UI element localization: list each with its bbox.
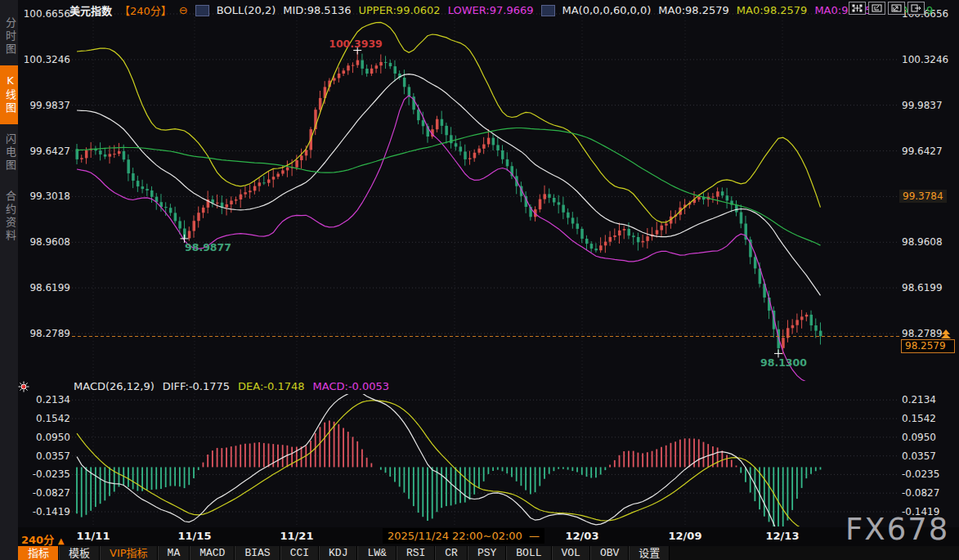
collapse-pane-icon[interactable]	[888, 2, 905, 15]
toolbar-item-5[interactable]: MACD	[190, 546, 235, 560]
toolbar-item-3[interactable]: VIP指标	[100, 546, 158, 560]
price-label-left-4: 99.3018	[18, 190, 70, 202]
macd-macd-value: MACD:-0.0053	[313, 380, 390, 392]
collapse-icon[interactable]: ⊖	[179, 4, 188, 16]
price-label-left-5: 98.9608	[18, 236, 70, 248]
ma-legend-icon[interactable]	[541, 5, 555, 16]
price-label-left-0: 100.6656	[18, 8, 70, 20]
chart-type-sidebar: 分时图K线图闪电图合约资料	[0, 0, 18, 560]
date-tick-11-15: 11/15	[178, 530, 212, 542]
hovered-bar-time-label: 2025/11/24 22:00~02:00 —	[383, 528, 544, 544]
hovered-bar-time-text: 2025/11/24 22:00~02:00	[388, 530, 522, 542]
toolbar-item-13[interactable]: BOLL	[506, 546, 551, 560]
kline-app-window: 分时图K线图闪电图合约资料 美元指数 【240分】 ⊖ BOLL(20,2) M…	[0, 0, 959, 560]
date-tick-11-21: 11/21	[280, 530, 314, 542]
period-selector[interactable]: 240分 ▲	[21, 531, 64, 547]
macd-dea-value: DEA:-0.1748	[238, 380, 304, 392]
date-tick-12-09: 12/09	[669, 530, 702, 542]
macd-diff-value: DIFF:-0.1775	[163, 380, 230, 392]
price-label-left-6: 98.6199	[18, 282, 70, 293]
price-label-left-7: 98.2789	[18, 328, 70, 339]
macd-label-left-6: -0.1419	[18, 506, 70, 517]
macd-label-right-4: -0.0235	[902, 468, 957, 480]
kline-chart-canvas[interactable]	[0, 0, 959, 560]
price-label-left-2: 99.9837	[18, 100, 70, 111]
period-selector-text: 240分	[21, 534, 54, 546]
ma-name: MA(0,0,0,60,0,0)	[562, 4, 652, 16]
boll-mid-value: MID:98.5136	[283, 4, 351, 16]
toolbar-item-14[interactable]: VOL	[552, 546, 590, 560]
macd-label-right-5: -0.0827	[902, 487, 957, 499]
toolbar-item-12[interactable]: PSY	[468, 546, 506, 560]
pan-crosshair-icon[interactable]	[849, 2, 866, 15]
boll-legend-icon[interactable]	[195, 5, 209, 16]
price-label-right-5: 98.9608	[902, 236, 957, 248]
macd-label-right-0: 0.2134	[902, 394, 957, 405]
macd-label-left-0: 0.2134	[18, 394, 70, 405]
date-tick-11-11: 11/11	[77, 530, 110, 542]
brand-watermark: FX678	[845, 512, 949, 547]
price-label-left-1: 100.3246	[18, 54, 70, 65]
toolbar-item-7[interactable]: CCI	[280, 546, 319, 560]
toolbar-item-11[interactable]: CR	[435, 546, 468, 560]
date-tick-12-13: 12/13	[766, 530, 800, 542]
price-label-right-3: 99.6427	[902, 146, 957, 157]
toolbar-item-4[interactable]: MA	[158, 546, 190, 560]
macd-label-right-1: 0.1542	[902, 413, 957, 424]
toolbar-item-6[interactable]: BIAS	[235, 546, 280, 560]
ma0-value-white: MA0:98.2579	[658, 4, 729, 16]
current-price-box: 98.2579	[901, 339, 955, 353]
indicator-toolbar: 指标模板VIP指标MAMACDBIASCCIKDJLW&RSICRPSYBOLL…	[18, 546, 959, 560]
toolbar-item-10[interactable]: RSI	[397, 546, 435, 560]
macd-label-left-5: -0.0827	[18, 487, 70, 499]
macd-label-left-1: 0.1542	[18, 413, 70, 424]
reference-price-badge: 99.3784	[899, 190, 947, 203]
macd-label-left-4: -0.0235	[18, 468, 70, 480]
toolbar-item-2[interactable]: 模板	[59, 546, 100, 560]
hovered-bar-dash: —	[529, 530, 540, 542]
price-label-right-1: 100.3246	[902, 54, 957, 65]
sidebar-item-3[interactable]: 闪电图	[0, 124, 18, 181]
price-label-left-3: 99.6427	[18, 146, 70, 157]
period-label: 【240分】	[119, 2, 172, 18]
macd-label-left-3: 0.0357	[18, 450, 70, 462]
low-price-annotation-1: 98.9877	[185, 241, 231, 253]
toolbar-item-15[interactable]: OBV	[590, 546, 629, 560]
price-label-right-6: 98.6199	[902, 282, 957, 293]
pane-control-icons	[849, 2, 925, 15]
toolbar-item-16[interactable]: 设置	[629, 546, 670, 560]
price-label-right-2: 99.9837	[902, 100, 957, 111]
high-price-annotation: 100.3939	[329, 38, 383, 50]
expand-pane-icon[interactable]	[868, 2, 885, 15]
date-tick-12-03: 12/03	[566, 530, 599, 542]
toolbar-item-1[interactable]: 指标	[18, 546, 59, 560]
up-triangle-icon: ▲	[58, 536, 65, 545]
boll-name: BOLL(20,2)	[217, 4, 276, 16]
ma0-value-yellow: MA0:98.2579	[737, 4, 808, 16]
toolbar-item-8[interactable]: KDJ	[319, 546, 357, 560]
indicator-alert-icon[interactable]	[18, 380, 29, 396]
boll-lower-value: LOWER:97.9669	[448, 4, 534, 16]
macd-label-right-2: 0.0950	[902, 432, 957, 443]
macd-legend-bar: MACD(26,12,9) DIFF:-0.1775 DEA:-0.1748 M…	[74, 380, 389, 392]
sidebar-item-4[interactable]: 合约资料	[0, 181, 18, 252]
boll-upper-value: UPPER:99.0602	[358, 4, 440, 16]
macd-label-right-3: 0.0357	[902, 450, 957, 462]
macd-name: MACD(26,12,9)	[74, 380, 155, 392]
symbol-name: 美元指数	[69, 2, 112, 18]
pop-out-icon[interactable]	[907, 2, 925, 15]
indicator-legend-bar: 美元指数 【240分】 ⊖ BOLL(20,2) MID:98.5136 UPP…	[69, 2, 933, 18]
sidebar-item-2[interactable]: K线图	[0, 65, 18, 124]
sidebar-item-1[interactable]: 分时图	[0, 8, 18, 65]
macd-label-left-2: 0.0950	[18, 432, 70, 443]
low-price-annotation-2: 98.1300	[760, 356, 807, 369]
price-label-right-7: 98.2789	[902, 328, 957, 339]
toolbar-item-9[interactable]: LW&	[357, 546, 396, 560]
